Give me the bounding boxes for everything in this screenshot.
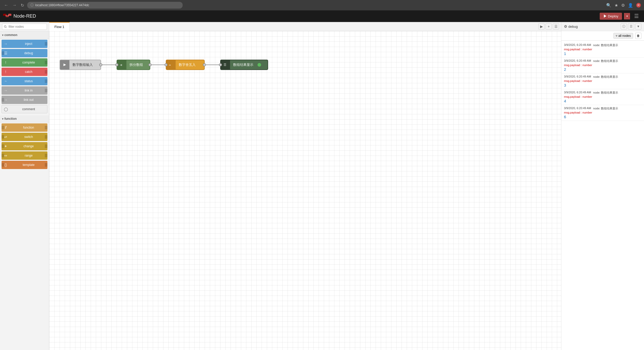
flow-menu-button[interactable]: ☰	[553, 23, 559, 30]
flow-tab-1[interactable]: Flow 1	[49, 22, 70, 31]
range-label: range	[10, 154, 47, 157]
panel-sort-button[interactable]: ☰	[628, 23, 634, 30]
deploy-dropdown-button[interactable]: ▾	[624, 13, 630, 19]
output-node-label: 数组结果显示	[230, 62, 256, 67]
debug-msg-value-4[interactable]: 6	[564, 114, 641, 119]
debug-msg-time-4: 3/9/2020, 6:20:49 AM	[564, 107, 591, 110]
deploy-button[interactable]: Deploy	[600, 13, 622, 20]
category-common[interactable]: ▾ common	[0, 32, 49, 39]
debug-msg-time-0: 3/9/2020, 6:20:49 AM	[564, 43, 591, 47]
split-node-port-right	[148, 63, 152, 66]
debug-msg-type-4: msg.payload : number	[564, 111, 641, 114]
menu-icon[interactable]: R	[636, 3, 641, 8]
complete-label: complete	[10, 61, 47, 64]
debug-message-3: 3/9/2020, 6:20:49 AM node: 数组结果显示 msg.pa…	[561, 89, 644, 105]
node-complete[interactable]: ! complete	[2, 58, 47, 67]
expand-flow-button[interactable]: ▶	[538, 23, 545, 30]
debug-msg-time-2: 3/9/2020, 6:20:49 AM	[564, 75, 591, 79]
canvas-node-output[interactable]: ☰ 数组结果显示	[220, 60, 268, 70]
canvas-node-round[interactable]: ⇔ 数字舍五入	[166, 60, 205, 70]
change-label: change	[10, 144, 47, 148]
extension-icon[interactable]: ⚙	[621, 3, 625, 8]
debug-msg-node-3: node: 数组结果显示	[593, 91, 618, 95]
svg-text:⇔: ⇔	[169, 64, 171, 66]
debug-msg-value-2[interactable]: 3	[564, 82, 641, 87]
back-button[interactable]: ←	[3, 2, 9, 9]
link-in-port-right	[45, 89, 47, 92]
node-debug[interactable]: ☰ debug	[2, 49, 47, 57]
connector-3-4	[205, 65, 220, 65]
logo: Node-RED	[3, 13, 36, 19]
panel-collapse-button[interactable]: ▼	[635, 23, 641, 30]
debug-filter-bar: ▿ all nodes 🗑	[561, 31, 644, 41]
split-node-label: 拆分数组	[126, 62, 146, 67]
canvas-node-input[interactable]: 数字数组输入	[60, 60, 101, 70]
split-node-icon: ⇉	[117, 60, 126, 69]
node-inject[interactable]: → inject	[2, 40, 47, 48]
tab-actions: ▶ + ☰	[538, 23, 561, 30]
all-nodes-filter-button[interactable]: ▿ all nodes	[613, 33, 633, 39]
debug-msg-type-1: msg.payload : number	[564, 64, 641, 67]
debug-message-0: 3/9/2020, 6:20:49 AM node: 数组结果显示 msg.pa…	[561, 42, 644, 58]
debug-panel-header: ⚙ debug ⓘ ☰ ▼	[561, 22, 644, 31]
round-node-label: 数字舍五入	[176, 62, 199, 67]
flow-canvas[interactable]: 数字数组输入 ⇉ 拆分数组 ⇔	[49, 31, 561, 350]
deploy-icon	[603, 14, 607, 18]
node-change[interactable]: ✦ change	[2, 142, 47, 150]
node-template[interactable]: {} template	[2, 161, 47, 169]
debug-message-4: 3/9/2020, 6:20:49 AM node: 数组结果显示 msg.pa…	[561, 105, 644, 121]
node-comment[interactable]: ◯ comment	[2, 105, 47, 113]
filter-icon: ▿	[616, 34, 617, 38]
template-port-right	[45, 163, 47, 167]
catch-icon: !	[2, 68, 10, 76]
debug-msg-node-4: node: 数组结果显示	[593, 107, 618, 110]
input-node-label: 数字数组输入	[69, 62, 96, 67]
debug-msg-header-1: 3/9/2020, 6:20:49 AM node: 数组结果显示	[564, 59, 641, 63]
debug-msg-header-0: 3/9/2020, 6:20:49 AM node: 数组结果显示	[564, 43, 641, 47]
round-node-port-left	[164, 63, 168, 66]
panel-info-button[interactable]: ⓘ	[621, 23, 627, 30]
flow-nodes-container: 数字数组输入 ⇉ 拆分数组 ⇔	[60, 60, 268, 70]
node-switch[interactable]: ⇌ switch	[2, 133, 47, 141]
debug-msg-value-3[interactable]: 4	[564, 98, 641, 103]
node-range[interactable]: ⇔ range	[2, 151, 47, 160]
debug-panel: ⚙ debug ⓘ ☰ ▼ ▿ all nodes 🗑 3/9/2020, 6:…	[561, 22, 644, 350]
search-icon[interactable]: 🔍	[606, 3, 611, 8]
canvas-node-split[interactable]: ⇉ 拆分数组	[117, 60, 150, 70]
template-port-left	[2, 163, 4, 167]
node-function[interactable]: f function	[2, 123, 47, 132]
change-port-left	[2, 144, 4, 148]
common-label: common	[4, 33, 17, 37]
link-in-icon: →	[2, 86, 10, 95]
status-icon: ~	[2, 77, 10, 85]
forward-button[interactable]: →	[11, 2, 18, 9]
debug-msg-value-1[interactable]: 2	[564, 67, 641, 72]
profile-icon[interactable]: 👤	[628, 3, 633, 8]
debug-msg-type-3: msg.payload : number	[564, 95, 641, 98]
address-bar[interactable]: ⓘ localhost:1880/#flow/73554227.4474dc	[27, 2, 183, 9]
bookmark-icon[interactable]: ★	[614, 3, 618, 8]
node-catch[interactable]: ! catch	[2, 68, 47, 76]
flow-tab-label: Flow 1	[54, 25, 64, 29]
app-header: Node-RED Deploy ▾ ☰	[0, 10, 644, 22]
refresh-button[interactable]: ↻	[20, 2, 25, 9]
debug-tab[interactable]: ⚙ debug	[564, 24, 578, 29]
filter-nodes-input[interactable]	[2, 24, 47, 30]
common-arrow-icon: ▾	[2, 34, 3, 37]
hamburger-menu-button[interactable]: ☰	[632, 12, 641, 20]
category-function[interactable]: ▾ function	[0, 115, 49, 122]
debug-messages-list: 3/9/2020, 6:20:49 AM node: 数组结果显示 msg.pa…	[561, 41, 644, 350]
logo-icon	[3, 13, 11, 19]
function-port-right	[45, 126, 47, 129]
switch-label: switch	[10, 135, 47, 139]
connector-1-2	[101, 65, 117, 65]
node-status[interactable]: ~ status	[2, 77, 47, 85]
add-flow-button[interactable]: +	[546, 23, 552, 30]
node-link-out[interactable]: → link out	[2, 96, 47, 104]
clear-debug-button[interactable]: 🗑	[635, 33, 641, 39]
debug-tab-icon: ⚙	[564, 24, 567, 29]
debug-msg-time-1: 3/9/2020, 6:20:49 AM	[564, 59, 591, 63]
debug-msg-value-0[interactable]: 1	[564, 51, 641, 56]
output-node-port-left	[219, 63, 222, 66]
node-link-in[interactable]: → link in	[2, 86, 47, 95]
